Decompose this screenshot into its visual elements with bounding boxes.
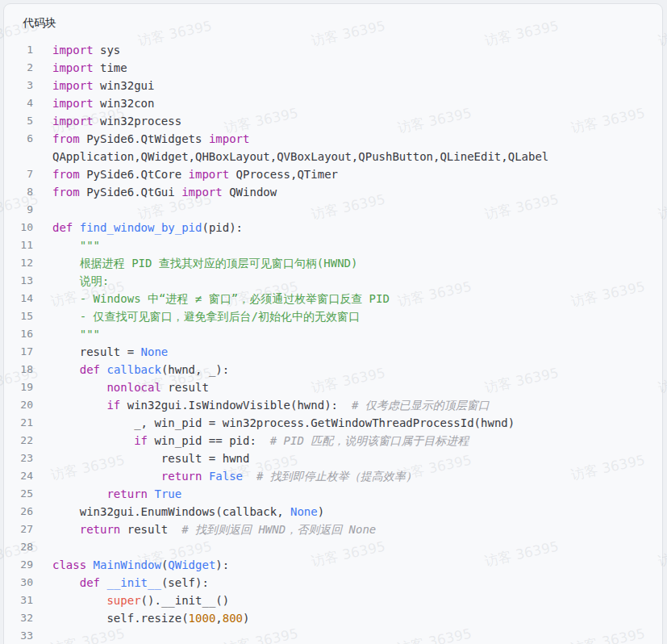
code-token-s: 根据进程 PID 查找其对应的顶层可见窗口句柄(HWND) [52,257,357,270]
code-text: from PySide6.QtCore import QProcess,QTim… [52,165,654,183]
code-token-k: def [80,363,100,376]
code-token-f: __init__ [106,576,160,589]
code-token-c: # 找到即停止枚举（提高效率） [256,470,417,483]
code-text: result = None [52,343,654,361]
code-token-d: PySide6.QtWidgets [80,132,209,145]
code-token-k: return [80,523,121,536]
code-token-c: # PID 匹配，说明该窗口属于目标进程 [270,434,469,447]
code-token-s: - Windows 中“进程 ≠ 窗口”，必须通过枚举窗口反查 PID [52,292,390,305]
code-token-d [52,487,106,500]
code-token-f: callback [106,363,160,376]
code-line: 21 _, win_pid = win32process.GetWindowTh… [15,414,654,432]
code-line: 13 说明: [15,272,654,290]
code-token-d: sys [94,44,121,56]
line-number: 19 [15,378,33,396]
code-token-d: (pid): [202,221,243,234]
code-text: return False # 找到即停止枚举（提高效率） [52,467,654,485]
code-token-k: nonlocal [106,381,160,394]
code-line: 25 return True [15,485,654,503]
line-number: 6 [15,130,33,148]
code-text: import sys [52,41,654,59]
code-line: 23 result = hwnd [15,450,654,467]
code-token-d: ): [215,558,229,571]
code-text: from PySide6.QtGui import QWindow [52,183,654,201]
code-token-d [52,594,106,607]
code-token-d: ) [243,612,249,625]
code-text: 说明: [52,272,654,290]
code-token-d [52,399,106,412]
code-text: from PySide6.QtWidgets import QApplicati… [52,130,654,165]
code-token-s: """ [52,328,100,341]
code-line: 3import win32gui [15,77,654,94]
code-token-k: def [52,221,73,234]
code-text: return True [52,485,654,503]
code-token-k: def [80,576,100,589]
code-text: def find_window_by_pid(pid): [52,219,654,236]
code-line: 4import win32con [15,94,654,112]
code-token-d: win32gui.EnumWindows(callback, [52,505,290,518]
code-token-d: self.resize( [52,612,189,625]
code-text: nonlocal result [52,378,654,396]
line-number: 23 [15,450,33,467]
code-token-d: win_pid == pid: [148,434,270,447]
code-token-d: , [215,612,222,625]
line-number: 10 [15,219,33,236]
line-number: 9 [15,201,33,219]
code-text: import time [52,59,654,77]
code-token-n: 800 [223,612,243,625]
code-line: 27 return result # 找到则返回 HWND，否则返回 None [15,521,654,538]
code-token-d: (self): [161,576,209,589]
code-token-d: result [161,381,209,394]
code-token-o: False [209,470,243,483]
code-token-f: find_window_by_pid [80,221,202,234]
line-number: 31 [15,592,33,609]
line-number: 30 [15,574,33,592]
code-token-s: - 仅查找可见窗口，避免拿到后台/初始化中的无效窗口 [52,310,360,323]
code-token-k: import [52,115,94,128]
line-number: 12 [15,254,33,272]
code-line: 11 """ [15,236,654,254]
line-number: 18 [15,361,33,378]
code-text: - 仅查找可见窗口，避免拿到后台/初始化中的无效窗口 [52,307,654,325]
code-token-d: (hwnd, _): [161,363,229,376]
code-token-d: result [120,523,181,536]
code-line: 32 self.resize(1000,800) [15,609,654,627]
code-token-d [52,434,134,447]
code-token-o: None [290,505,318,518]
code-token-d: time [94,61,127,74]
code-line: 17 result = None [15,343,654,361]
code-token-k: if [134,434,148,447]
code-text: import win32gui [52,77,654,94]
code-block-title: 代码块 [23,15,654,31]
code-line: 29class MainWindow(QWidget): [15,556,654,574]
code-line: 18 def callback(hwnd, _): [15,361,654,378]
code-token-d: ) [318,505,324,518]
code-token-d: QWindow [223,186,277,199]
line-number: 32 [15,609,33,627]
code-line: 16 """ [15,325,654,343]
line-number: 5 [15,112,33,130]
code-token-c: # 找到则返回 HWND，否则返回 None [181,523,376,536]
code-text: class MainWindow(QWidget): [52,556,654,574]
code-text: return result # 找到则返回 HWND，否则返回 None [52,521,654,538]
line-number: 1 [15,41,33,59]
code-text: import win32con [52,94,654,112]
line-number: 27 [15,521,33,538]
code-token-k: return [106,487,148,500]
code-text: win32gui.EnumWindows(callback, None) [52,503,654,521]
code-token-k: import [181,186,223,199]
code-token-k: from [52,186,80,199]
code-token-d [243,470,256,483]
code-line: 15 - 仅查找可见窗口，避免拿到后台/初始化中的无效窗口 [15,307,654,325]
line-number: 28 [15,538,33,556]
code-text: self.resize(1000,800) [52,609,654,627]
code-token-c: # 仅考虑已显示的顶层窗口 [352,399,490,412]
code-text: import win32process [52,112,654,130]
line-number: 7 [15,165,33,183]
code-token-n: 1000 [189,612,216,625]
line-number: 14 [15,290,33,307]
code-text [52,538,654,556]
code-line: 8from PySide6.QtGui import QWindow [15,183,654,201]
code-text: """ [52,325,654,343]
line-number: 2 [15,59,33,77]
